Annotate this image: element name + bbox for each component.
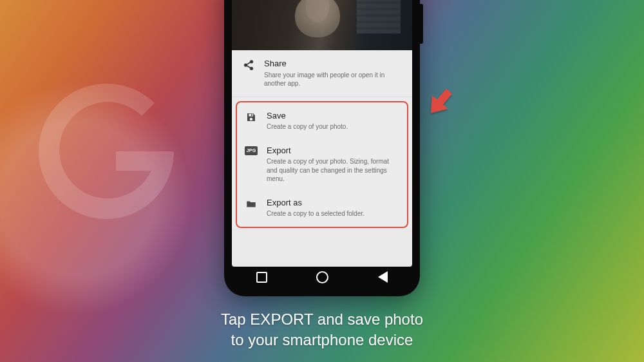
- export-as-row[interactable]: Export as Create a copy to a selected fo…: [237, 191, 407, 225]
- share-title: Share: [264, 59, 403, 69]
- svg-line-3: [247, 62, 251, 65]
- instruction-caption: Tap EXPORT and save photo to your smartp…: [0, 309, 644, 351]
- share-icon: [240, 59, 258, 71]
- svg-rect-5: [249, 113, 253, 116]
- share-desc: Share your image with people or open it …: [264, 71, 403, 88]
- nav-recent-button[interactable]: [256, 272, 267, 283]
- caption-line-1: Tap EXPORT and save photo: [221, 310, 423, 328]
- photo-coffee-cup: [295, 0, 340, 37]
- export-as-desc: Create a copy to a selected folder.: [267, 209, 401, 218]
- photo-building: [357, 0, 401, 33]
- svg-rect-6: [251, 114, 252, 115]
- jpg-badge: JPG: [245, 146, 258, 155]
- folder-icon: [242, 198, 260, 210]
- export-title: Export: [267, 146, 401, 156]
- save-icon: [242, 111, 260, 123]
- svg-line-4: [247, 66, 251, 68]
- action-sheet: Share Share your image with people or op…: [232, 50, 412, 228]
- export-row[interactable]: JPG Export Create a copy of your photo. …: [237, 138, 407, 191]
- save-row[interactable]: Save Create a copy of your photo.: [237, 104, 407, 138]
- phone-frame: Share Share your image with people or op…: [224, 0, 420, 296]
- nav-home-button[interactable]: [316, 271, 328, 283]
- google-g-watermark: [26, 71, 187, 232]
- caption-line-2: to your smartphone device: [231, 331, 413, 348]
- svg-point-7: [250, 117, 253, 120]
- save-title: Save: [267, 111, 401, 121]
- save-desc: Create a copy of your photo.: [267, 122, 401, 131]
- svg-marker-8: [423, 84, 457, 119]
- jpg-icon: JPG: [242, 146, 260, 155]
- callout-arrow: [420, 84, 459, 122]
- export-desc: Create a copy of your photo. Sizing, for…: [267, 157, 401, 184]
- divider: [232, 97, 412, 97]
- export-as-title: Export as: [267, 198, 401, 208]
- tutorial-slide: Share Share your image with people or op…: [0, 0, 644, 362]
- edited-photo-preview: [232, 0, 412, 50]
- share-row[interactable]: Share Share your image with people or op…: [232, 50, 412, 97]
- nav-back-button[interactable]: [378, 271, 388, 283]
- android-nav-bar: [232, 267, 412, 287]
- phone-screen: Share Share your image with people or op…: [232, 0, 412, 267]
- export-options-highlight: Save Create a copy of your photo. JPG Ex…: [236, 101, 408, 228]
